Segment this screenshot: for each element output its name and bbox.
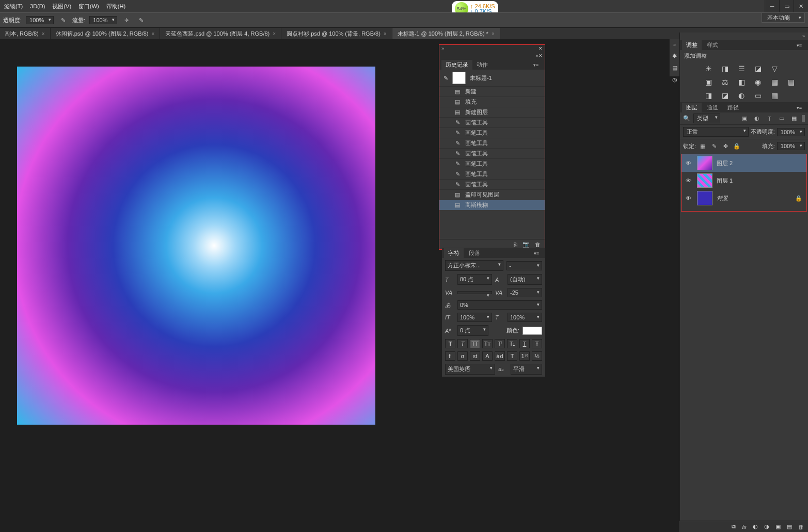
delete-icon[interactable]: 🗑 — [535, 241, 541, 248]
pressure-opacity-icon[interactable]: ✎ — [58, 15, 68, 25]
doc-tab-active[interactable]: 未标题-1 @ 100% (图层 2, RGB/8) *× — [392, 28, 500, 39]
tab-styles[interactable]: 样式 — [703, 40, 722, 50]
tab-actions[interactable]: 动作 — [472, 60, 492, 70]
color-swatch[interactable] — [522, 327, 542, 335]
tab-adjustments[interactable]: 调整 — [682, 40, 702, 50]
tab-layers[interactable]: 图层 — [682, 103, 702, 112]
collapse-icon[interactable]: » — [441, 46, 444, 51]
workspace-dropdown[interactable]: 基本功能 — [762, 12, 805, 23]
italic-button[interactable]: T — [457, 339, 468, 348]
font-style-dropdown[interactable]: - — [506, 261, 542, 270]
history-item[interactable]: ✎画笔工具 — [439, 127, 545, 138]
brightness-icon[interactable]: ☀ — [704, 64, 713, 73]
allcaps-button[interactable]: TT — [470, 339, 480, 348]
link-icon[interactable]: ⧉ — [732, 523, 736, 530]
layer-thumbnail[interactable] — [697, 156, 712, 170]
fill-dropdown[interactable]: 100% — [777, 142, 805, 150]
menu-help[interactable]: 帮助(H) — [106, 3, 125, 10]
curves-icon[interactable]: ☰ — [737, 64, 746, 73]
menu-view[interactable]: 视图(V) — [52, 3, 71, 10]
stylistic-button[interactable]: ȧd — [495, 351, 505, 361]
underline-button[interactable]: T — [519, 339, 530, 348]
lock-pixel-icon[interactable]: ✎ — [709, 141, 719, 151]
tab-paths[interactable]: 路径 — [723, 103, 743, 112]
minimize-button[interactable]: ─ — [765, 0, 779, 12]
colorlookup-icon[interactable]: ▤ — [786, 77, 796, 87]
invert-icon[interactable]: ◨ — [704, 91, 713, 100]
tab-paragraph[interactable]: 段落 — [465, 248, 484, 258]
fx-icon[interactable]: fx — [742, 524, 747, 530]
history-item[interactable]: ▤新建图层 — [439, 107, 545, 117]
subscript-button[interactable]: T₁ — [507, 339, 517, 348]
filter-pixel-icon[interactable]: ▣ — [740, 114, 749, 123]
tab-history[interactable]: 历史记录 — [441, 60, 472, 70]
baseline-input[interactable]: 0 点 — [457, 325, 488, 336]
vibrance-icon[interactable]: ▽ — [770, 64, 779, 73]
close-icon[interactable]: ✕ — [538, 53, 543, 58]
visibility-icon[interactable]: 👁 — [686, 160, 693, 166]
layer-name[interactable]: 背景 — [717, 195, 728, 202]
history-item[interactable]: ✎画笔工具 — [439, 179, 545, 189]
filter-shape-icon[interactable]: ▭ — [777, 114, 786, 123]
threshold-icon[interactable]: ◐ — [737, 91, 746, 100]
history-item[interactable]: ✎画笔工具 — [439, 158, 545, 169]
filter-adjust-icon[interactable]: ◐ — [752, 114, 762, 123]
history-item[interactable]: ✎画笔工具 — [439, 148, 545, 158]
selcolor-icon[interactable]: ▦ — [770, 91, 779, 100]
filter-toggle[interactable] — [802, 115, 805, 122]
canvas-stage[interactable] — [0, 39, 679, 532]
half-button[interactable]: ½ — [532, 351, 542, 361]
close-icon[interactable]: ✕ — [538, 46, 543, 51]
doc-tab[interactable]: 天蓝色西装.psd @ 100% (图层 4, RGB/8)× — [160, 28, 281, 39]
font-family-dropdown[interactable]: 方正小标宋... — [445, 260, 503, 271]
blend-mode-dropdown[interactable]: 正常 — [683, 127, 749, 137]
chanmix-icon[interactable]: ▦ — [770, 77, 779, 87]
layer-name[interactable]: 图层 2 — [717, 159, 733, 167]
history-item[interactable]: ✎画笔工具 — [439, 117, 545, 127]
clone-panel-icon[interactable]: ◷ — [672, 76, 677, 83]
flow-dropdown[interactable]: 100% — [89, 16, 117, 24]
panel-menu-icon[interactable]: ▾≡ — [529, 61, 543, 69]
layer-name[interactable]: 图层 1 — [717, 177, 733, 185]
bold-button[interactable]: T — [445, 339, 455, 348]
search-icon[interactable]: 🔍 — [683, 115, 690, 122]
menu-3d[interactable]: 3D(D) — [30, 3, 45, 9]
strike-button[interactable]: Ŧ — [532, 339, 542, 348]
fractions-button[interactable]: 1ˢᵗ — [519, 351, 530, 361]
vscale-input[interactable]: 100% — [457, 313, 492, 322]
superscript-button[interactable]: Tⁱ — [495, 339, 505, 348]
tracking-input[interactable]: -25 — [508, 288, 542, 297]
close-icon[interactable]: × — [152, 31, 155, 37]
create-doc-icon[interactable]: ⎘ — [514, 241, 517, 248]
history-item[interactable]: ▤新建 — [439, 86, 545, 96]
history-snapshot[interactable]: ✎ 未标题-1 — [439, 70, 545, 86]
layer-row[interactable]: 👁 图层 1 — [682, 172, 806, 189]
swash-button[interactable]: st — [470, 351, 480, 361]
leading-input[interactable]: (自动) — [508, 274, 542, 285]
airbrush-icon[interactable]: ✈ — [121, 15, 132, 25]
collapse-icon[interactable]: » — [680, 33, 808, 40]
adjustment-layer-icon[interactable]: ◑ — [764, 523, 769, 530]
tsume-input[interactable]: 0% — [457, 300, 542, 310]
hscale-input[interactable]: 100% — [508, 313, 542, 322]
colorbal-icon[interactable]: ⚖ — [720, 77, 730, 87]
doc-tab[interactable]: 休闲裤.psd @ 100% (图层 2, RGB/8)× — [51, 28, 161, 39]
panel-menu-icon[interactable]: ▾≡ — [793, 42, 806, 49]
layer-thumbnail[interactable] — [697, 173, 712, 188]
doc-tab[interactable]: 副本, RGB/8)× — [0, 28, 51, 39]
delete-icon[interactable]: 🗑 — [798, 524, 804, 530]
bw-icon[interactable]: ◧ — [737, 77, 746, 87]
language-dropdown[interactable]: 美国英语 — [445, 364, 495, 375]
layer-opacity-dropdown[interactable]: 100% — [777, 128, 805, 136]
history-item[interactable]: ▤填充 — [439, 96, 545, 107]
hue-icon[interactable]: ▣ — [704, 77, 713, 87]
expand-icon[interactable]: » — [673, 42, 676, 47]
close-icon[interactable]: × — [384, 31, 387, 37]
snapshot-icon[interactable]: 📷 — [522, 241, 530, 248]
filter-smart-icon[interactable]: ▦ — [789, 114, 799, 123]
posterize-icon[interactable]: ◪ — [720, 91, 730, 100]
close-icon[interactable]: × — [273, 31, 276, 37]
visibility-icon[interactable]: 👁 — [686, 178, 693, 184]
canvas[interactable] — [17, 67, 375, 425]
ordinals-button[interactable]: T — [507, 351, 517, 361]
